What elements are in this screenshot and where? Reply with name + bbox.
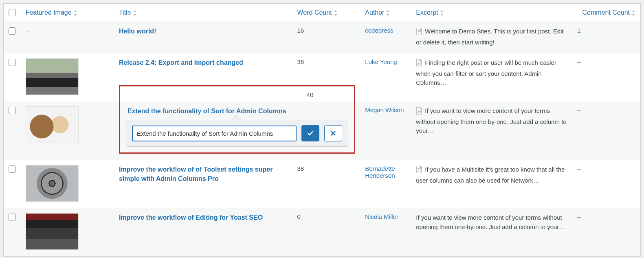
featured-image-thumbnail[interactable] (26, 106, 79, 143)
comment-count-link[interactable]: 1 (577, 27, 580, 34)
row-checkbox[interactable] (9, 59, 16, 66)
table-row: Extend the functionality of Sort for Adm… (4, 101, 640, 160)
excerpt-text: Finding the right post or user will be m… (416, 59, 556, 86)
sort-icon (631, 10, 635, 16)
inline-edit-cancel-button[interactable] (324, 125, 342, 141)
excerpt-text: If you want to view more content of your… (416, 214, 565, 230)
author-link[interactable]: Megan Wilson (365, 106, 404, 113)
row-checkbox[interactable] (9, 214, 16, 221)
comment-count-value: – (577, 58, 580, 65)
page-icon (416, 107, 422, 117)
excerpt-text: Welcome to Demo Sites. This is your firs… (416, 28, 563, 46)
post-title-link[interactable]: Hello world! (119, 27, 156, 36)
sort-icon (386, 10, 390, 16)
table-row: Improve the workflow of Editing for Yoas… (4, 208, 640, 256)
table-row: –Hello world!16codepressWelcome to Demo … (4, 22, 640, 54)
post-title-link[interactable]: Release 2.4: Export and Import changed (119, 58, 243, 67)
column-header-title[interactable]: Title (119, 9, 137, 16)
posts-table-wrap: Featured Image Title Word Count Author E… (3, 3, 641, 257)
word-count-value: 38 (297, 165, 304, 172)
inline-edit-highlight: Extend the functionality of Sort for Adm… (119, 85, 355, 154)
word-count-value: 40 (307, 91, 314, 98)
column-header-author[interactable]: Author (365, 9, 390, 16)
author-link[interactable]: Bernadette Henderson (365, 165, 395, 179)
close-icon (330, 130, 336, 136)
page-icon (416, 59, 422, 69)
column-header-excerpt[interactable]: Excerpt (416, 9, 444, 16)
posts-table: Featured Image Title Word Count Author E… (4, 4, 640, 256)
column-header-featured-image[interactable]: Featured Image (26, 9, 77, 16)
column-header-word-count[interactable]: Word Count (297, 9, 338, 16)
row-checkbox[interactable] (9, 107, 16, 114)
featured-image-thumbnail[interactable] (26, 58, 79, 95)
no-image-dash: – (26, 27, 29, 34)
comment-count-value: – (577, 106, 580, 113)
post-title-link[interactable]: Improve the workflow of Editing for Yoas… (119, 213, 263, 222)
sort-icon (334, 10, 338, 16)
row-checkbox[interactable] (9, 165, 16, 173)
sort-icon (440, 10, 444, 16)
comment-count-value: – (577, 165, 580, 172)
sort-icon (73, 10, 77, 16)
row-checkbox[interactable] (9, 27, 16, 35)
featured-image-thumbnail[interactable] (26, 213, 79, 250)
inline-edit-confirm-button[interactable] (301, 125, 319, 141)
post-title-link[interactable]: Extend the functionality of Sort for Adm… (127, 107, 286, 116)
page-icon (416, 166, 422, 176)
inline-edit-panel (126, 120, 348, 147)
word-count-value: 38 (297, 58, 304, 65)
author-link[interactable]: Nicola Miller (365, 213, 398, 220)
author-link[interactable]: Luke Young (365, 58, 397, 65)
check-icon (307, 130, 314, 137)
excerpt-text: If you have a Multisite it's great too k… (416, 166, 565, 184)
word-count-value: 16 (297, 27, 304, 34)
column-header-comment-count[interactable]: Comment Count (582, 9, 636, 16)
comment-count-value: – (577, 213, 580, 220)
table-row: Improve the workflow of of Toolset setti… (4, 160, 640, 208)
featured-image-thumbnail[interactable] (26, 165, 79, 202)
excerpt-text: If you want to view more content of your… (416, 107, 566, 134)
page-icon (416, 28, 422, 38)
inline-edit-input[interactable] (132, 126, 297, 141)
author-link[interactable]: codepress (365, 27, 393, 34)
select-all-checkbox[interactable] (9, 9, 16, 16)
word-count-value: 0 (297, 213, 301, 220)
post-title-link[interactable]: Improve the workflow of of Toolset setti… (119, 165, 288, 183)
sort-icon (133, 10, 137, 16)
